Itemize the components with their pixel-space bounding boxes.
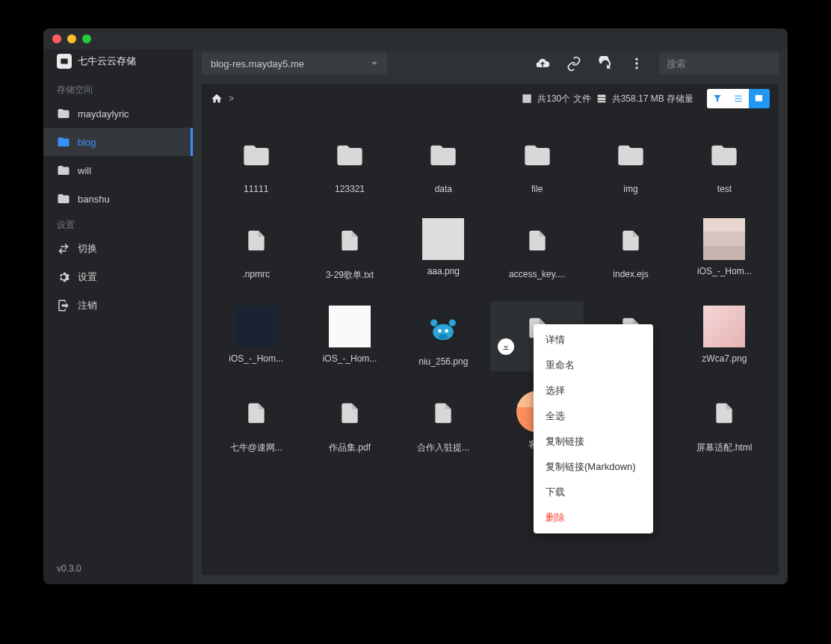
file-grid-area: 11111123321datafileimgtest.npmrc3-29歌单.t… [202,114,779,575]
refresh-button[interactable] [596,55,614,72]
file-item[interactable]: test [678,129,771,199]
file-item[interactable]: 屏幕适配.html [678,386,771,459]
file-item[interactable]: 123321 [303,129,396,199]
list-view-button[interactable] [728,89,749,108]
document-icon [421,391,466,436]
refresh-icon [598,56,613,71]
download-icon [501,342,510,351]
ctx-delete[interactable]: 删除 [534,505,653,530]
folder-icon [608,133,653,178]
bucket-selector[interactable]: blog-res.mayday5.me [202,52,387,75]
folder-icon [57,135,70,149]
file-item[interactable]: access_key.... [490,214,584,286]
ctx-select-all[interactable]: 全选 [534,403,653,429]
version-label: v0.3.0 [43,553,193,584]
maximize-window-button[interactable] [82,34,91,43]
file-item[interactable]: aaa.png [397,214,490,286]
file-item[interactable]: file [490,129,584,199]
grid-icon [754,93,764,104]
document-icon [608,218,653,263]
content-panel: > 共130个 文件 共358.17 MB 存储量 [202,84,779,575]
file-name-label: 123321 [335,184,365,194]
logo-icon [57,54,72,69]
ctx-rename[interactable]: 重命名 [534,353,653,378]
file-item[interactable]: index.ejs [584,214,677,286]
close-window-button[interactable] [52,34,61,43]
svg-point-1 [62,61,64,62]
folder-icon [702,133,747,178]
more-button[interactable] [628,55,646,72]
svg-point-2 [65,61,67,62]
sidebar-bucket-banshu[interactable]: banshu [43,185,193,213]
app-title: 七牛云云存储 [78,55,136,68]
file-item[interactable]: 11111 [209,129,303,199]
file-item[interactable]: 七牛@速网... [209,386,303,459]
sidebar-logout[interactable]: 注销 [43,291,193,320]
gear-icon [57,270,70,284]
file-item[interactable]: 3-29歌单.txt [303,214,396,286]
niu-logo-icon [421,306,466,350]
svg-point-10 [445,329,449,333]
file-name-label: file [531,184,543,194]
upload-button[interactable] [534,55,552,72]
ctx-detail[interactable]: 详情 [534,327,653,353]
minimize-window-button[interactable] [67,34,76,43]
file-name-label: zWca7.png [702,353,747,364]
document-icon [234,218,279,263]
document-icon [234,391,279,436]
sidebar-bucket-will[interactable]: will [43,156,193,185]
file-name-label: test [717,184,732,194]
file-item[interactable]: 作品集.pdf [303,386,396,459]
file-item[interactable]: iOS_-_Hom... [303,301,396,371]
file-item[interactable]: img [584,129,677,199]
toolbar: blog-res.mayday5.me [193,49,788,78]
file-name-label: .npmrc [242,269,270,279]
folder-icon [327,133,372,178]
file-item[interactable]: zWca7.png [678,301,771,371]
svg-point-7 [430,320,437,326]
search-box[interactable] [659,52,779,75]
file-item[interactable]: niu_256.png [397,301,490,371]
file-item[interactable]: iOS_-_Hom... [678,214,771,286]
ctx-copy-markdown[interactable]: 复制链接(Markdown) [534,454,653,480]
sidebar-switch[interactable]: 切换 [43,235,193,263]
file-name-label: 作品集.pdf [329,442,371,454]
ctx-download[interactable]: 下载 [534,480,653,505]
folder-icon [234,133,279,178]
context-menu: 详情 重命名 选择 全选 复制链接 复制链接(Markdown) 下载 删除 [534,324,653,533]
download-badge[interactable] [498,338,514,355]
search-input[interactable] [667,58,788,69]
file-name-label: aaa.png [427,266,460,276]
document-icon [327,218,372,263]
folder-icon [57,107,70,120]
filter-view-button[interactable] [707,89,728,108]
svg-point-11 [439,334,448,340]
path-bar: > 共130个 文件 共358.17 MB 存储量 [202,84,779,114]
image-thumbnail [329,306,371,347]
file-name-label: 七牛@速网... [230,442,282,454]
home-icon[interactable] [211,93,223,105]
ctx-copy-link[interactable]: 复制链接 [534,429,653,454]
file-item[interactable]: 合作入驻提... [397,386,490,459]
sidebar-bucket-blog[interactable]: blog [43,128,193,156]
link-button[interactable] [565,55,583,72]
file-name-label: data [435,184,452,194]
view-toggle [707,89,770,108]
stats: 共130个 文件 共358.17 MB 存储量 [521,93,693,105]
grid-view-button[interactable] [749,89,770,108]
file-item[interactable]: iOS_-_Hom... [209,301,303,371]
ctx-select[interactable]: 选择 [534,378,653,403]
file-name-label: iOS_-_Hom... [697,266,752,276]
file-item[interactable]: data [397,129,490,199]
svg-point-3 [635,58,637,61]
sidebar: 七牛云云存储 存储空间 maydaylyricblogwillbanshu 设置… [43,49,193,584]
sidebar-bucket-maydaylyric[interactable]: maydaylyric [43,99,193,128]
svg-point-4 [635,62,637,64]
switch-icon [57,242,70,256]
svg-point-8 [449,320,456,326]
file-name-label: niu_256.png [418,356,468,367]
sidebar-settings[interactable]: 设置 [43,263,193,291]
file-name-label: access_key.... [509,269,565,279]
file-item[interactable]: .npmrc [209,214,303,286]
folder-icon [421,133,466,178]
